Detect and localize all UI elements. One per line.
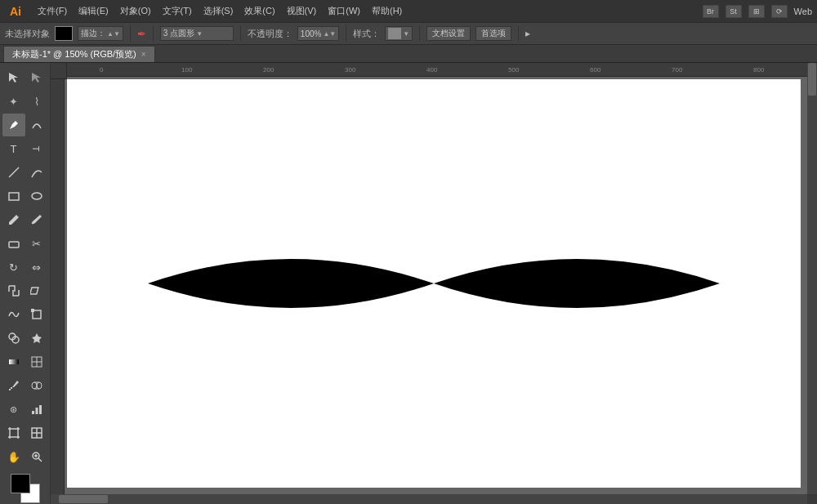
scrollbar-horizontal[interactable] (51, 494, 807, 504)
brush-arrow: ▼ (196, 30, 203, 38)
svg-rect-9 (9, 359, 19, 364)
artboard-tool[interactable] (2, 421, 25, 444)
sep5 (419, 25, 420, 42)
web-label: Web (794, 7, 812, 16)
zoom-tool[interactable] (25, 445, 48, 468)
menu-type[interactable]: 文字(T) (158, 3, 197, 19)
tool-row-6 (2, 185, 48, 207)
tool-row-2: ✦ ⌇ (2, 90, 48, 113)
column-graph-tool[interactable] (25, 398, 48, 421)
tool-row-12 (2, 327, 48, 350)
stroke-dropdown[interactable]: 描边： ▲▼ (78, 26, 123, 41)
blend-tool[interactable] (25, 374, 48, 397)
line-segment-tool[interactable] (2, 161, 25, 184)
doc-settings-button[interactable]: 文档设置 (426, 26, 471, 41)
eyedropper-tool[interactable] (2, 374, 25, 397)
vertical-type-tool[interactable]: T (25, 137, 48, 160)
hand-tool[interactable]: ✋ (2, 445, 25, 468)
gradient-tool[interactable] (2, 350, 25, 373)
bridge-icon[interactable]: Br (703, 5, 719, 18)
pencil-tool[interactable] (2, 208, 25, 231)
rotate-tool[interactable]: ↻ (2, 256, 25, 279)
menubar: 文件(F) 编辑(E) 对象(O) 文字(T) 选择(S) 效果(C) 视图(V… (33, 3, 407, 19)
arrow-icon[interactable]: ▸ (525, 28, 530, 39)
ruler-mark: 200 (263, 66, 274, 74)
scroll-thumb-vertical[interactable] (808, 63, 816, 96)
menu-object[interactable]: 对象(O) (115, 3, 156, 19)
opacity-label: 不透明度： (248, 28, 292, 40)
brush-dropdown[interactable]: 3 点圆形 ▼ (160, 26, 234, 41)
select-tool[interactable] (2, 66, 25, 89)
ellipse-tool[interactable] (25, 185, 48, 207)
svg-point-14 (37, 382, 42, 389)
pen-tool[interactable] (2, 114, 25, 136)
eraser-tool[interactable] (2, 232, 25, 255)
tool-row-10 (2, 279, 48, 302)
svg-line-33 (38, 458, 42, 462)
menu-help[interactable]: 帮助(H) (367, 3, 407, 19)
shear-tool[interactable] (25, 279, 48, 302)
color-section: ■ ╱ (4, 474, 47, 504)
scale-tool[interactable] (2, 279, 25, 302)
menu-edit[interactable]: 编辑(E) (74, 3, 114, 19)
no-selection-label: 未选择对象 (5, 28, 50, 40)
curvature-tool[interactable] (25, 114, 48, 136)
ruler-mark: 0 (100, 66, 103, 74)
svg-point-2 (32, 193, 42, 199)
ruler-mark: 600 (590, 66, 600, 74)
sync-icon[interactable]: ⟳ (771, 5, 788, 18)
svg-point-13 (32, 382, 37, 389)
menu-select[interactable]: 选择(S) (199, 3, 239, 19)
opacity-input[interactable]: 100% ▲▼ (297, 26, 339, 41)
brush-tool[interactable] (25, 208, 48, 231)
lasso-tool[interactable]: ⌇ (25, 90, 48, 113)
opacity-arrow: ▲▼ (323, 30, 336, 38)
ruler-mark: 100 (181, 66, 192, 74)
titlebar: Ai 文件(F) 编辑(E) 对象(O) 文字(T) 选择(S) 效果(C) 视… (0, 0, 817, 22)
slice-tool[interactable] (25, 421, 48, 444)
menu-window[interactable]: 窗口(W) (323, 3, 365, 19)
svg-rect-6 (31, 309, 34, 312)
type-tool[interactable]: T (2, 137, 25, 160)
sep6 (518, 25, 519, 42)
foreground-color-swatch[interactable] (11, 474, 30, 493)
scrollbar-vertical[interactable] (807, 63, 817, 494)
color-swatches (11, 474, 40, 503)
menu-effect[interactable]: 效果(C) (239, 3, 279, 19)
document-tab[interactable]: 未标题-1* @ 150% (RGB/预览) × (3, 46, 155, 62)
svg-line-0 (9, 167, 19, 177)
svg-rect-18 (35, 408, 38, 414)
magic-wand-tool[interactable]: ✦ (2, 90, 25, 113)
live-paint-tool[interactable] (25, 327, 48, 350)
scroll-thumb-horizontal[interactable] (59, 495, 108, 503)
sep1 (130, 25, 131, 42)
menu-view[interactable]: 视图(V) (282, 3, 322, 19)
menu-file[interactable]: 文件(F) (33, 3, 72, 19)
direct-select-tool[interactable] (25, 66, 48, 89)
tool-row-3 (2, 114, 48, 136)
scrollbar-corner (807, 494, 817, 504)
grid-icon[interactable]: ⊞ (748, 5, 765, 18)
arc-tool[interactable] (25, 161, 48, 184)
reflect-tool[interactable]: ⇔ (25, 256, 48, 279)
tab-close-button[interactable]: × (141, 50, 146, 59)
warp-tool[interactable] (2, 303, 25, 326)
symbol-sprayer-tool[interactable]: ⊛ (2, 398, 25, 421)
shape-builder-tool[interactable] (2, 327, 25, 350)
svg-rect-1 (9, 193, 19, 200)
leaf-shape[interactable] (148, 259, 720, 308)
style-preview (388, 28, 401, 39)
preferences-button[interactable]: 首选项 (475, 26, 511, 41)
ruler-mark: 700 (672, 66, 682, 74)
tool-row-16 (2, 421, 48, 444)
style-swatch[interactable]: ▼ (385, 26, 413, 41)
fill-color-swatch[interactable] (55, 26, 73, 41)
tool-row-9: ↻ ⇔ (2, 256, 48, 279)
ruler-mark: 400 (426, 66, 437, 74)
stock-icon[interactable]: St (725, 5, 742, 18)
mesh-tool[interactable] (25, 350, 48, 373)
scissors-tool[interactable]: ✂ (25, 232, 48, 255)
pen-tool-indicator: ✒ (137, 28, 146, 40)
free-transform-tool[interactable] (25, 303, 48, 326)
rect-tool[interactable] (2, 185, 25, 207)
